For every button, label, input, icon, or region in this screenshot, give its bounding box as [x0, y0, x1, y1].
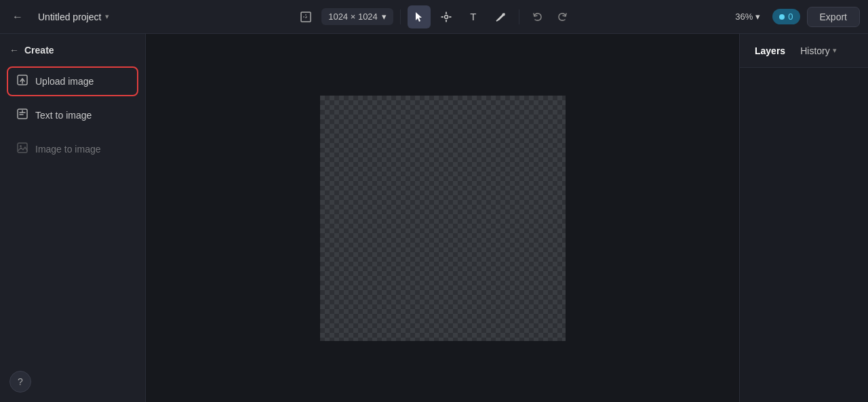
- text-tool-button[interactable]: T: [462, 5, 485, 28]
- history-tab-label: History: [800, 45, 830, 56]
- history-chevron-icon: ▾: [833, 46, 837, 55]
- canvas-container[interactable]: [320, 96, 566, 341]
- canvas-area: [146, 34, 739, 402]
- text-to-image-icon: [16, 108, 28, 123]
- topbar-right: 36% ▾ 0 Export: [724, 7, 860, 27]
- svg-point-4: [444, 15, 448, 18]
- image-to-image-icon: [16, 142, 28, 157]
- export-button[interactable]: Export: [807, 7, 860, 27]
- tab-history[interactable]: History ▾: [793, 40, 844, 62]
- canvas-size-button[interactable]: 1024 × 1024 ▾: [321, 8, 393, 25]
- topbar-left: ← Untitled project ▾: [8, 7, 144, 26]
- zoom-chevron-icon: ▾: [755, 12, 760, 22]
- canvas-checkerboard: [320, 96, 566, 341]
- sidebar-header: ← Create: [7, 41, 138, 62]
- zoom-button[interactable]: 36% ▾: [730, 9, 766, 24]
- topbar-center: 1024 × 1024 ▾ T: [144, 5, 724, 28]
- svg-point-13: [20, 145, 22, 147]
- right-panel-tabs: Layers History ▾: [740, 34, 868, 68]
- redo-button[interactable]: [551, 5, 574, 28]
- sidebar-header-label: Create: [24, 45, 54, 56]
- user-status-dot: [779, 14, 785, 20]
- sidebar-item-image-to-image: Image to image: [7, 134, 138, 164]
- right-panel: Layers History ▾: [739, 34, 868, 402]
- user-count-label: 0: [788, 12, 793, 22]
- user-badge: 0: [772, 9, 800, 24]
- tool-divider-2: [519, 9, 519, 24]
- upload-image-icon: [16, 74, 28, 89]
- sidebar-item-upload-image[interactable]: Upload image: [7, 66, 138, 96]
- undo-button[interactable]: [526, 5, 549, 28]
- upload-image-label: Upload image: [35, 76, 94, 87]
- tool-divider-1: [400, 9, 401, 24]
- topbar: ← Untitled project ▾ 1024 × 1024 ▾: [0, 0, 868, 34]
- project-name-button[interactable]: Untitled project ▾: [33, 9, 115, 25]
- project-chevron-icon: ▾: [105, 12, 109, 21]
- svg-marker-3: [416, 12, 422, 22]
- tab-layers[interactable]: Layers: [747, 40, 793, 62]
- canvas-size-chevron: ▾: [382, 12, 387, 22]
- sidebar-item-text-to-image[interactable]: Text to image: [7, 100, 138, 130]
- canvas-size-label: 1024 × 1024: [328, 12, 378, 22]
- main-area: ← Create Upload image: [0, 34, 868, 402]
- help-button[interactable]: ?: [9, 371, 31, 393]
- project-title: Untitled project: [38, 12, 101, 22]
- image-to-image-label: Image to image: [35, 144, 101, 155]
- pen-tool-button[interactable]: [489, 5, 512, 28]
- text-to-image-label: Text to image: [35, 110, 92, 121]
- back-button[interactable]: ←: [8, 7, 27, 26]
- left-sidebar: ← Create Upload image: [0, 34, 146, 402]
- undo-redo-group: [526, 5, 574, 28]
- canvas-size-icon-button[interactable]: [294, 5, 317, 28]
- right-panel-content: [740, 68, 868, 402]
- help-icon: ?: [18, 376, 23, 387]
- svg-point-5: [502, 13, 504, 15]
- select-tool-button[interactable]: [408, 5, 431, 28]
- move-tool-button[interactable]: [435, 5, 458, 28]
- zoom-level-label: 36%: [735, 12, 753, 22]
- sidebar-back-arrow: ←: [9, 45, 19, 56]
